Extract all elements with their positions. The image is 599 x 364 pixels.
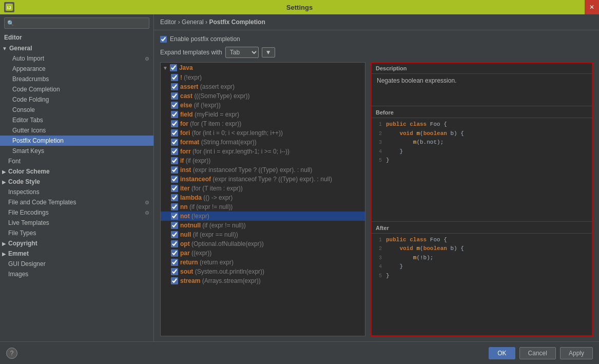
sidebar-item-file-encodings[interactable]: File Encodings ⚙	[0, 207, 153, 218]
bottom-bar: ? OK Cancel Apply	[0, 341, 599, 364]
enable-checkbox[interactable]	[160, 36, 167, 43]
cb-stream[interactable]	[171, 277, 178, 284]
item-return-text: return (return expr)	[180, 259, 234, 266]
ok-button[interactable]: OK	[489, 347, 515, 359]
cb-opt[interactable]	[171, 240, 178, 247]
cb-excl[interactable]	[171, 74, 178, 81]
tree-item-nn[interactable]: nn (if (expr != null))	[161, 202, 365, 212]
sidebar-item-live-templates[interactable]: Live Templates	[0, 218, 153, 228]
tree-item-excl[interactable]: ! (!expr)	[161, 73, 365, 82]
sidebar-group-copyright[interactable]: ▶ Copyright	[0, 238, 153, 248]
sidebar-item-images[interactable]: Images	[0, 269, 153, 279]
cb-assert[interactable]	[171, 83, 178, 90]
help-button[interactable]: ?	[6, 348, 17, 359]
sidebar-group-general[interactable]: ▼ General	[0, 43, 153, 53]
before-code-block: 1public class Foo { 2 void m(boolean b) …	[372, 118, 592, 220]
cb-not[interactable]	[171, 213, 178, 220]
cb-for[interactable]	[171, 120, 178, 127]
sidebar-group-code-style[interactable]: ▶ Code Style	[0, 177, 153, 187]
title-bar: IJ Settings ✕	[0, 0, 599, 14]
tree-item-instanceof[interactable]: instanceof (expr instanceof Type ? ((Typ…	[161, 175, 365, 184]
sidebar-item-breadcrumbs[interactable]: Breadcrumbs	[0, 74, 153, 84]
sidebar-item-postfix-completion[interactable]: Postfix Completion	[0, 136, 153, 146]
cb-format[interactable]	[171, 139, 178, 146]
search-input[interactable]	[4, 17, 149, 29]
tree-item-assert[interactable]: assert (assert expr)	[161, 82, 365, 91]
cancel-button[interactable]: Cancel	[519, 347, 556, 359]
cb-fori[interactable]	[171, 129, 178, 137]
close-button[interactable]: ✕	[585, 0, 599, 14]
cb-else[interactable]	[171, 102, 178, 109]
tree-item-else[interactable]: else (if (!expr))	[161, 101, 365, 110]
item-not-text: not (!expr)	[180, 213, 209, 220]
tree-item-for[interactable]: for (for (T item : expr))	[161, 119, 365, 128]
cb-notnull[interactable]	[171, 222, 178, 229]
tree-item-opt[interactable]: opt (Optional.ofNullable(expr))	[161, 239, 365, 248]
cb-cast[interactable]	[171, 92, 178, 100]
sidebar-item-auto-import[interactable]: Auto Import ⚙	[0, 53, 153, 64]
expand-label: Expand templates with	[160, 49, 222, 56]
tree-item-stream[interactable]: stream (Arrays.stream(expr))	[161, 276, 365, 285]
sidebar-item-gutter-icons[interactable]: Gutter Icons	[0, 125, 153, 136]
sidebar-group-color-scheme[interactable]: ▶ Color Scheme	[0, 166, 153, 177]
sidebar-label-file-code-templates: File and Code Templates	[8, 199, 143, 206]
cb-nn[interactable]	[171, 203, 178, 210]
sidebar-item-appearance[interactable]: Appearance	[0, 64, 153, 74]
cb-instanceof[interactable]	[171, 176, 178, 183]
settings-icon-templates: ⚙	[145, 200, 149, 205]
sidebar-label-live-templates: Live Templates	[8, 219, 149, 226]
expand-select[interactable]: Tab Enter Space	[225, 47, 259, 58]
sidebar-item-code-completion[interactable]: Code Completion	[0, 84, 153, 94]
sidebar-item-console[interactable]: Console	[0, 105, 153, 115]
sidebar-item-gui-designer[interactable]: GUI Designer	[0, 259, 153, 269]
tree-item-iter[interactable]: iter (for (T item : expr))	[161, 184, 365, 193]
tree-item-cast[interactable]: cast (((SomeType) expr))	[161, 91, 365, 101]
expand-dropdown-btn[interactable]: ▼	[262, 47, 275, 58]
breadcrumb-part-postfix: Postfix Completion	[209, 18, 265, 26]
settings-icon-auto-import: ⚙	[145, 56, 149, 62]
sidebar-item-file-and-code-templates[interactable]: File and Code Templates ⚙	[0, 197, 153, 207]
tree-item-sout[interactable]: sout (System.out.println(expr))	[161, 267, 365, 276]
tree-item-format[interactable]: format (String.format(expr))	[161, 138, 365, 147]
cb-forr[interactable]	[171, 148, 178, 155]
java-group-checkbox[interactable]	[170, 64, 177, 71]
cb-sout[interactable]	[171, 268, 178, 275]
tree-item-par[interactable]: par ((expr))	[161, 248, 365, 258]
cb-inst[interactable]	[171, 166, 178, 174]
sidebar-section-editor: Editor	[0, 32, 153, 43]
tree-item-null[interactable]: null (if (expr == null))	[161, 230, 365, 239]
general-group-label: General	[9, 45, 32, 52]
tree-item-inst[interactable]: inst (expr instanceof Type ? ((Type) exp…	[161, 165, 365, 175]
cb-if[interactable]	[171, 157, 178, 164]
sidebar-label-console: Console	[12, 106, 149, 113]
tree-item-forr[interactable]: forr (for (int i = expr.length-1; i >= 0…	[161, 147, 365, 156]
cb-return[interactable]	[171, 259, 178, 266]
tree-item-field[interactable]: field (myField = expr)	[161, 110, 365, 119]
sidebar-item-code-folding[interactable]: Code Folding	[0, 94, 153, 105]
settings-icon-encodings: ⚙	[145, 210, 149, 216]
cb-null[interactable]	[171, 231, 178, 238]
sidebar-item-file-types[interactable]: File Types	[0, 228, 153, 238]
tree-item-lambda[interactable]: lambda (() -> expr)	[161, 193, 365, 202]
item-forr-text: forr (for (int i = expr.length-1; i >= 0…	[180, 148, 289, 155]
copyright-label: Copyright	[8, 240, 37, 247]
cb-field[interactable]	[171, 111, 178, 118]
after-divider	[372, 221, 592, 222]
description-section-label: Description	[372, 63, 592, 74]
sidebar-group-emmet[interactable]: ▶ Emmet	[0, 248, 153, 259]
tree-item-if[interactable]: if (if (expr))	[161, 156, 365, 165]
emmet-label: Emmet	[8, 250, 29, 257]
sidebar-item-font[interactable]: Font	[0, 156, 153, 166]
cb-iter[interactable]	[171, 185, 178, 192]
tree-item-notnull[interactable]: notnull (if (expr != null))	[161, 221, 365, 230]
tree-item-return[interactable]: return (return expr)	[161, 258, 365, 267]
sidebar-item-inspections[interactable]: Inspections	[0, 187, 153, 197]
tree-item-not[interactable]: not (!expr)	[161, 212, 365, 221]
sidebar-item-editor-tabs[interactable]: Editor Tabs	[0, 115, 153, 125]
apply-button[interactable]: Apply	[560, 347, 593, 359]
cb-lambda[interactable]	[171, 194, 178, 201]
sidebar-item-smart-keys[interactable]: Smart Keys	[0, 146, 153, 156]
tree-item-fori[interactable]: fori (for (int i = 0; i < expr.length; i…	[161, 128, 365, 138]
java-group-header[interactable]: ▼ Java	[161, 63, 365, 73]
cb-par[interactable]	[171, 250, 178, 257]
